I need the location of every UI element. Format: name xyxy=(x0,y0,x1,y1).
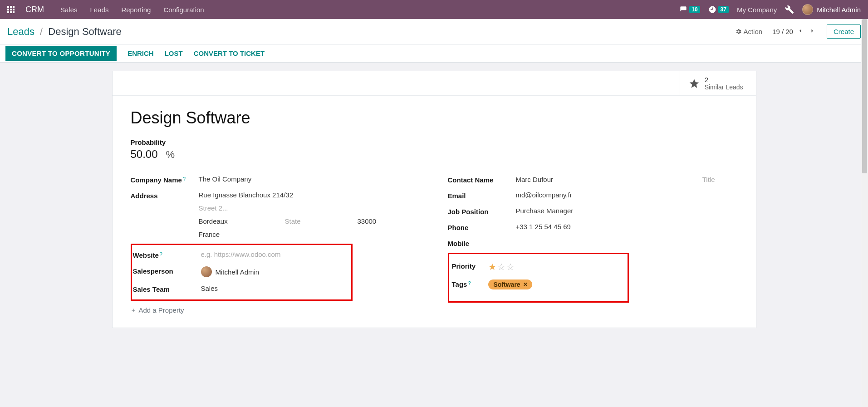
email-value[interactable]: md@oilcompany.fr xyxy=(516,191,738,199)
tag-pill[interactable]: Software ✕ xyxy=(488,280,532,289)
salesteam-label: Sales Team xyxy=(133,284,201,293)
add-property-button[interactable]: Add a Property xyxy=(131,306,421,314)
chevron-right-icon xyxy=(809,28,815,34)
action-dropdown[interactable]: Action xyxy=(735,28,762,35)
address-country[interactable]: France xyxy=(199,230,421,238)
stat-count: 2 xyxy=(705,76,743,83)
activities-badge: 37 xyxy=(718,6,729,13)
job-position-value[interactable]: Purchase Manager xyxy=(516,207,738,215)
nav-user[interactable]: Mitchell Admin xyxy=(802,4,861,15)
phone-value[interactable]: +33 1 25 54 45 69 xyxy=(516,223,738,230)
salesperson-avatar-icon xyxy=(201,266,212,277)
salesteam-value[interactable]: Sales xyxy=(201,284,348,292)
star-empty-icon[interactable]: ☆ xyxy=(506,262,515,272)
tag-remove-icon[interactable]: ✕ xyxy=(523,281,528,288)
stat-label: Similar Leads xyxy=(705,83,743,91)
convert-ticket-button[interactable]: CONVERT TO TICKET xyxy=(194,49,265,57)
contact-name-label: Contact Name xyxy=(448,175,516,184)
clock-icon xyxy=(708,5,716,14)
tags-label: Tags? xyxy=(452,280,488,288)
nav-menu-reporting[interactable]: Reporting xyxy=(121,6,151,14)
app-brand[interactable]: CRM xyxy=(25,5,44,15)
scrollbar-thumb[interactable] xyxy=(862,19,867,173)
probability-label: Probability xyxy=(131,138,738,146)
help-icon[interactable]: ? xyxy=(160,251,162,257)
job-position-label: Job Position xyxy=(448,207,516,216)
status-bar: CONVERT TO OPPORTUNITY ENRICH LOST CONVE… xyxy=(0,44,868,63)
tag-text: Software xyxy=(494,281,520,288)
help-icon[interactable]: ? xyxy=(183,176,186,181)
lost-button[interactable]: LOST xyxy=(165,49,183,57)
top-navbar: CRM Sales Leads Reporting Configuration … xyxy=(0,0,868,19)
create-button[interactable]: Create xyxy=(827,25,861,39)
address-street2[interactable]: Street 2... xyxy=(199,204,421,212)
nav-menu-configuration[interactable]: Configuration xyxy=(163,6,204,14)
user-avatar-icon xyxy=(802,4,813,15)
star-filled-icon[interactable]: ★ xyxy=(488,262,497,272)
probability-unit: % xyxy=(166,149,175,161)
right-column: Contact Name Marc Dufour Title Email md@… xyxy=(448,172,738,314)
pager-prev[interactable] xyxy=(798,28,803,35)
address-state[interactable]: State xyxy=(285,217,339,225)
nav-activities[interactable]: 37 xyxy=(708,5,729,14)
breadcrumb-current: Design Software xyxy=(48,26,121,37)
action-label: Action xyxy=(743,28,762,35)
address-zip[interactable]: 33000 xyxy=(358,217,377,225)
address-city[interactable]: Bordeaux xyxy=(199,217,267,225)
star-icon xyxy=(688,78,700,89)
contact-name-value[interactable]: Marc Dufour xyxy=(516,176,702,183)
convert-opportunity-button[interactable]: CONVERT TO OPPORTUNITY xyxy=(5,46,117,61)
user-name: Mitchell Admin xyxy=(817,6,861,14)
plus-icon xyxy=(131,308,136,313)
contact-title-placeholder[interactable]: Title xyxy=(702,176,738,183)
similar-leads-stat[interactable]: 2 Similar Leads xyxy=(680,71,756,95)
nav-company[interactable]: My Company xyxy=(737,6,777,14)
mobile-label: Mobile xyxy=(448,239,516,247)
company-name-value[interactable]: The Oil Company xyxy=(199,175,421,183)
pager-next[interactable] xyxy=(809,28,815,35)
apps-icon[interactable] xyxy=(7,6,15,13)
priority-stars[interactable]: ★☆☆ xyxy=(488,261,623,272)
email-label: Email xyxy=(448,191,516,200)
star-empty-icon[interactable]: ☆ xyxy=(497,262,506,272)
website-input[interactable]: e.g. https://www.odoo.com xyxy=(201,250,348,258)
salesperson-value[interactable]: Mitchell Admin xyxy=(216,268,260,276)
pager-text: 19 / 20 xyxy=(772,28,793,35)
probability-value[interactable]: 50.00 xyxy=(131,148,158,161)
control-bar: Leads / Design Software Action 19 / 20 C… xyxy=(0,19,868,44)
priority-label: Priority xyxy=(452,261,488,270)
nav-menu-sales[interactable]: Sales xyxy=(60,6,78,14)
chat-icon xyxy=(679,6,687,13)
messages-badge: 10 xyxy=(689,6,700,13)
website-label: Website? xyxy=(133,250,201,259)
scrollbar-track[interactable] xyxy=(861,19,868,346)
company-name-label: Company Name? xyxy=(131,175,199,184)
address-label: Address xyxy=(131,191,199,200)
nav-menu-leads[interactable]: Leads xyxy=(90,6,109,14)
tools-icon[interactable] xyxy=(785,5,794,14)
chevron-left-icon xyxy=(798,28,803,34)
breadcrumb: Leads / Design Software xyxy=(7,26,122,38)
help-icon[interactable]: ? xyxy=(468,280,471,286)
nav-messages[interactable]: 10 xyxy=(679,6,700,13)
salesperson-label: Salesperson xyxy=(133,266,201,275)
gear-icon xyxy=(735,28,742,35)
breadcrumb-separator: / xyxy=(40,26,43,37)
add-property-label: Add a Property xyxy=(139,306,184,314)
form-sheet: 2 Similar Leads Design Software Probabil… xyxy=(112,71,756,328)
lead-title[interactable]: Design Software xyxy=(131,108,738,127)
breadcrumb-parent[interactable]: Leads xyxy=(7,26,34,37)
enrich-button[interactable]: ENRICH xyxy=(128,49,154,57)
address-street[interactable]: Rue Ignasse Blanchoux 214/32 xyxy=(199,191,421,199)
phone-label: Phone xyxy=(448,223,516,231)
left-column: Company Name? The Oil Company Address Ru… xyxy=(131,172,421,314)
